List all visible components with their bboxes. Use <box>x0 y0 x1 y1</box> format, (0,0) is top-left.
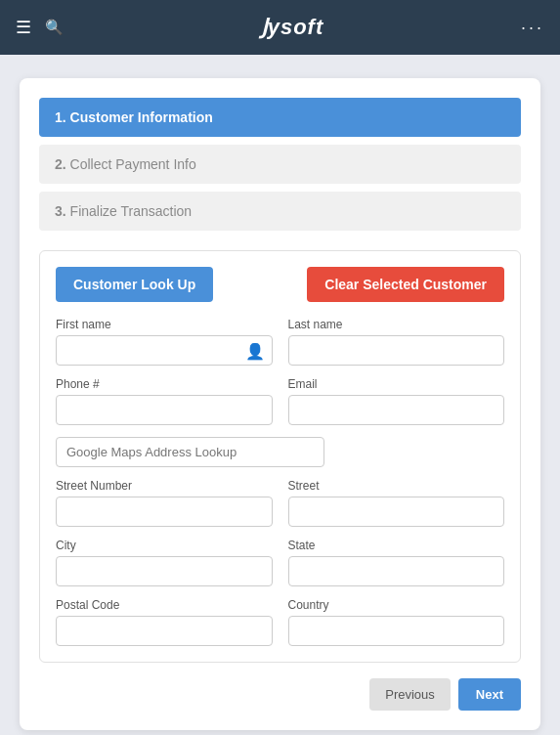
customer-lookup-button[interactable]: Customer Look Up <box>56 267 213 302</box>
phone-label: Phone # <box>56 377 273 391</box>
postal-code-label: Postal Code <box>56 598 273 612</box>
street-number-input[interactable] <box>56 497 273 527</box>
state-input[interactable] <box>288 556 505 586</box>
address-lookup-group <box>56 437 504 467</box>
city-group: City <box>56 539 273 586</box>
last-name-label: Last name <box>288 318 505 331</box>
street-number-group: Street Number <box>56 479 273 527</box>
step-1-label: Customer Information <box>70 109 213 125</box>
form-grid: First name 👤 Last name Phone # <box>56 318 504 646</box>
first-name-input-wrapper: 👤 <box>56 335 273 366</box>
email-input[interactable] <box>288 395 505 425</box>
step-2-label: Collect Payment Info <box>70 156 196 172</box>
menu-icon[interactable]: ☰ <box>16 17 31 38</box>
main-card: 1. Customer Information 2. Collect Payme… <box>20 78 540 730</box>
state-group: State <box>288 539 505 586</box>
previous-button[interactable]: Previous <box>369 678 451 711</box>
more-options-icon[interactable]: ··· <box>521 18 544 38</box>
street-number-label: Street Number <box>56 479 273 493</box>
step-3: 3. Finalize Transaction <box>39 192 521 231</box>
street-input[interactable] <box>288 497 505 527</box>
country-label: Country <box>288 598 505 612</box>
header-left: ☰ 🔍 <box>16 17 64 38</box>
footer-buttons-row: Previous Next <box>39 678 521 711</box>
content-area: 1. Customer Information 2. Collect Payme… <box>0 55 560 735</box>
email-label: Email <box>288 377 505 391</box>
steps-container: 1. Customer Information 2. Collect Payme… <box>39 98 521 231</box>
street-group: Street <box>288 479 505 527</box>
search-icon[interactable]: 🔍 <box>45 19 64 36</box>
country-group: Country <box>288 598 505 646</box>
contact-card-icon: 👤 <box>245 341 265 360</box>
email-group: Email <box>288 377 505 425</box>
clear-customer-button[interactable]: Clear Selected Customer <box>307 267 504 302</box>
street-label: Street <box>288 479 505 493</box>
phone-group: Phone # <box>56 377 273 425</box>
action-buttons-row: Customer Look Up Clear Selected Customer <box>56 267 504 302</box>
last-name-input[interactable] <box>288 335 505 366</box>
next-button[interactable]: Next <box>458 678 521 711</box>
first-name-input[interactable] <box>56 335 273 366</box>
address-lookup-input[interactable] <box>56 437 324 467</box>
phone-input[interactable] <box>56 395 273 425</box>
first-name-label: First name <box>56 318 273 331</box>
city-input[interactable] <box>56 556 273 586</box>
form-section: Customer Look Up Clear Selected Customer… <box>39 250 521 663</box>
step-3-label: Finalize Transaction <box>70 203 193 219</box>
step-1: 1. Customer Information <box>39 98 521 137</box>
last-name-group: Last name <box>288 318 505 366</box>
state-label: State <box>288 539 505 552</box>
first-name-group: First name 👤 <box>56 318 273 366</box>
city-label: City <box>56 539 273 552</box>
postal-code-group: Postal Code <box>56 598 273 646</box>
country-input[interactable] <box>288 616 505 646</box>
step-2: 2. Collect Payment Info <box>39 145 521 184</box>
step-2-number: 2. <box>55 156 66 172</box>
step-1-number: 1. <box>55 109 66 125</box>
app-header: ☰ 🔍 𝖩ysoft ··· <box>0 0 560 55</box>
postal-code-input[interactable] <box>56 616 273 646</box>
step-3-number: 3. <box>55 203 66 219</box>
app-logo: 𝖩ysoft <box>64 15 521 40</box>
